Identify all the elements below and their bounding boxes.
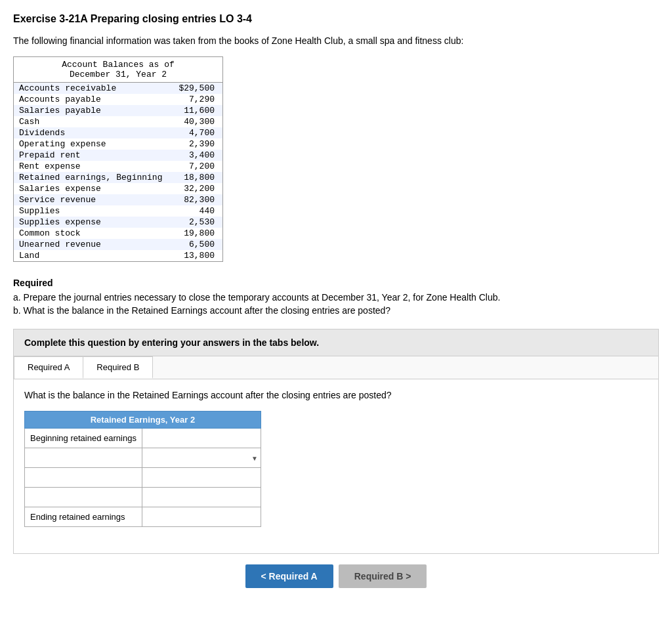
intro-text: The following financial information was … bbox=[13, 35, 659, 46]
header-line1: Account Balances as of bbox=[62, 60, 175, 70]
retained-input-field[interactable] bbox=[142, 429, 261, 448]
tab-required-a[interactable]: Required A bbox=[14, 356, 83, 379]
required-a-text: a. Prepare the journal entries necessary… bbox=[13, 292, 659, 303]
account-value: 13,800 bbox=[172, 250, 222, 261]
retained-row-label: Ending retained earnings bbox=[25, 507, 142, 527]
account-name: Supplies expense bbox=[14, 217, 172, 228]
account-value: 6,500 bbox=[172, 239, 222, 250]
prev-button[interactable]: < Required A bbox=[245, 564, 333, 588]
account-value: 18,800 bbox=[172, 172, 222, 183]
account-value: 440 bbox=[172, 205, 222, 217]
account-value: 2,390 bbox=[172, 138, 222, 150]
account-table-header: Account Balances as of December 31, Year… bbox=[14, 57, 222, 83]
retained-input-field[interactable] bbox=[142, 507, 261, 526]
account-name: Cash bbox=[14, 116, 172, 127]
accounts-table: Accounts receivable$29,500Accounts payab… bbox=[14, 83, 222, 261]
tab-question: What is the balance in the Retained Earn… bbox=[24, 390, 648, 400]
account-name: Common stock bbox=[14, 228, 172, 239]
account-name: Unearned revenue bbox=[14, 239, 172, 250]
retained-input-field[interactable] bbox=[142, 488, 261, 507]
account-name: Service revenue bbox=[14, 194, 172, 205]
retained-dropdown-input[interactable] bbox=[142, 448, 250, 467]
tab-content: What is the balance in the Retained Earn… bbox=[14, 379, 658, 553]
retained-earnings-table: Retained Earnings, Year 2 Beginning reta… bbox=[24, 411, 261, 527]
account-value: $29,500 bbox=[172, 83, 222, 94]
retained-row-input[interactable] bbox=[142, 468, 261, 488]
required-section: Required a. Prepare the journal entries … bbox=[13, 278, 659, 316]
retained-input-field[interactable] bbox=[142, 468, 261, 487]
account-value: 7,200 bbox=[172, 161, 222, 172]
account-value: 19,800 bbox=[172, 228, 222, 239]
account-value: 2,530 bbox=[172, 217, 222, 228]
account-value: 7,290 bbox=[172, 94, 222, 105]
account-value: 3,400 bbox=[172, 150, 222, 161]
tabs-container: Required A Required B What is the balanc… bbox=[13, 356, 659, 554]
retained-row-label bbox=[25, 448, 142, 468]
account-table-container: Account Balances as of December 31, Year… bbox=[13, 56, 223, 262]
retained-row-label bbox=[25, 488, 142, 507]
account-name: Rent expense bbox=[14, 161, 172, 172]
page-title: Exercise 3-21A Preparing closing entries… bbox=[13, 13, 659, 25]
tabs-row: Required A Required B bbox=[14, 356, 658, 379]
retained-row-input[interactable] bbox=[142, 429, 261, 448]
account-name: Salaries expense bbox=[14, 183, 172, 194]
account-value: 82,300 bbox=[172, 194, 222, 205]
account-name: Land bbox=[14, 250, 172, 261]
account-name: Operating expense bbox=[14, 138, 172, 150]
account-value: 40,300 bbox=[172, 116, 222, 127]
account-name: Supplies bbox=[14, 205, 172, 217]
account-value: 11,600 bbox=[172, 105, 222, 116]
retained-row-input[interactable] bbox=[142, 488, 261, 507]
account-name: Accounts payable bbox=[14, 94, 172, 105]
account-name: Accounts receivable bbox=[14, 83, 172, 94]
required-label: Required bbox=[13, 278, 659, 288]
account-value: 4,700 bbox=[172, 127, 222, 138]
bottom-nav: < Required A Required B > bbox=[13, 554, 659, 599]
account-name: Dividends bbox=[14, 127, 172, 138]
tab-required-b[interactable]: Required B bbox=[83, 356, 153, 379]
account-name: Salaries payable bbox=[14, 105, 172, 116]
header-line2: December 31, Year 2 bbox=[70, 70, 167, 79]
account-name: Prepaid rent bbox=[14, 150, 172, 161]
retained-row-label: Beginning retained earnings bbox=[25, 429, 142, 448]
retained-earnings-header: Retained Earnings, Year 2 bbox=[25, 412, 261, 429]
account-name: Retained earnings, Beginning bbox=[14, 172, 172, 183]
complete-banner: Complete this question by entering your … bbox=[13, 329, 659, 356]
retained-row-dropdown[interactable] bbox=[142, 448, 261, 468]
account-value: 32,200 bbox=[172, 183, 222, 194]
required-b-text: b. What is the balance in the Retained E… bbox=[13, 305, 659, 316]
next-button[interactable]: Required B > bbox=[339, 564, 427, 588]
retained-row-input[interactable] bbox=[142, 507, 261, 527]
retained-row-label bbox=[25, 468, 142, 488]
